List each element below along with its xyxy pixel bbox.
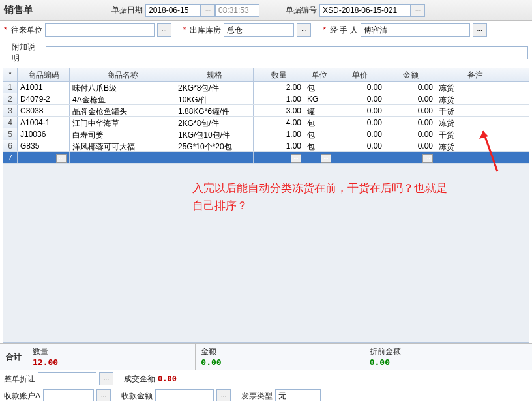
cell-amount[interactable]: 0.00 <box>385 140 436 151</box>
cell-price[interactable]: 0.00 <box>334 93 385 104</box>
cell-spec[interactable] <box>175 152 254 163</box>
warehouse-input[interactable] <box>224 23 294 37</box>
cell-remark[interactable]: 干货 <box>436 128 514 140</box>
cell-lookup-button[interactable]: ··· <box>321 154 331 163</box>
cell-qty[interactable]: 3.00 <box>254 105 304 116</box>
table-row[interactable]: 6G835洋风椰蓉可可大福25G*10个*20包1.00包0.000.00冻货 <box>3 140 529 152</box>
cell-amount[interactable]: 0.00 <box>385 93 436 104</box>
table-row[interactable]: 3C3038晶牌金枪鱼罐头1.88KG*6罐/件3.00罐0.000.00干货 <box>3 105 529 117</box>
cell-lookup-button[interactable]: ··· <box>422 154 433 163</box>
docno-lookup-button[interactable]: ··· <box>411 4 425 17</box>
cell-code[interactable]: A1001 <box>18 82 70 93</box>
handler-lookup-button[interactable]: ··· <box>473 23 487 37</box>
cell-spec[interactable]: 10KG/件 <box>175 93 254 104</box>
cell-amount[interactable]: 0.00 <box>385 105 436 116</box>
table-row-selected[interactable]: 7············ <box>3 152 529 164</box>
cell-spec[interactable]: 1.88KG*6罐/件 <box>175 105 254 116</box>
cell-code[interactable]: G835 <box>18 140 70 151</box>
cell-name[interactable]: 洋风椰蓉可可大福 <box>70 140 175 151</box>
date-input[interactable] <box>145 4 201 17</box>
col-amount[interactable]: 金额 <box>385 68 436 81</box>
cell-qty[interactable]: 1.00 <box>254 93 304 104</box>
col-price[interactable]: 单价 <box>334 68 385 81</box>
cell-amount[interactable]: 0.00 <box>385 82 436 93</box>
row-number: 3 <box>3 105 18 116</box>
cell-unit[interactable]: 包 <box>304 117 334 128</box>
cell-spec[interactable]: 2KG*8包/件 <box>175 117 254 128</box>
cell-spec[interactable]: 2KG*8包/件 <box>175 82 254 93</box>
cell-name[interactable]: 味付八爪B级 <box>70 82 175 93</box>
cell-code[interactable]: ··· <box>18 152 70 163</box>
cell-remark[interactable]: 干货 <box>436 105 514 116</box>
cell-spec[interactable]: 25G*10个*20包 <box>175 140 254 151</box>
notes-label: 附加说明 <box>12 42 43 64</box>
warehouse-lookup-button[interactable]: ··· <box>297 23 311 37</box>
cell-lookup-button[interactable]: ··· <box>56 154 66 163</box>
receipt-account-input[interactable] <box>43 389 94 401</box>
cell-name[interactable]: 4A金枪鱼 <box>70 93 175 104</box>
cell-name[interactable]: 江门中华海草 <box>70 117 175 128</box>
cell-price[interactable]: 0.00 <box>334 82 385 93</box>
items-grid[interactable]: * 商品编码 商品名称 规格 数量 单位 单价 金额 备注 1A1001味付八爪… <box>3 68 529 343</box>
partner-lookup-button[interactable]: ··· <box>157 23 171 37</box>
discount-label: 整单折让 <box>4 374 35 385</box>
cell-unit[interactable]: 包 <box>304 140 334 151</box>
grid-header: * 商品编码 商品名称 规格 数量 单位 单价 金额 备注 <box>3 68 529 82</box>
docno-input[interactable] <box>319 4 411 17</box>
cell-qty[interactable]: 1.00 <box>254 128 304 140</box>
table-row[interactable]: 5J10036白寿司姜1KG/包10包/件1.00包0.000.00干货 <box>3 128 529 140</box>
date-picker-button[interactable]: ··· <box>201 4 215 17</box>
cell-lookup-button[interactable]: ··· <box>291 154 301 163</box>
cell-code[interactable]: C3038 <box>18 105 70 116</box>
col-code[interactable]: 商品编码 <box>18 68 70 81</box>
col-star[interactable]: * <box>3 68 18 81</box>
cell-remark[interactable]: 冻货 <box>436 82 514 93</box>
cell-remark[interactable] <box>436 152 514 163</box>
receipt-amount-input[interactable] <box>155 389 214 401</box>
col-unit[interactable]: 单位 <box>304 68 334 81</box>
cell-unit[interactable]: 包 <box>304 82 334 93</box>
cell-amount[interactable]: ··· <box>385 152 436 163</box>
cell-unit[interactable]: ··· <box>304 152 334 163</box>
table-row[interactable]: 2D4079-24A金枪鱼10KG/件1.00KG0.000.00冻货 <box>3 93 529 105</box>
cell-code[interactable]: J10036 <box>18 128 70 140</box>
cell-qty[interactable]: 4.00 <box>254 117 304 128</box>
discount-lookup-button[interactable]: ··· <box>99 372 113 385</box>
col-remark[interactable]: 备注 <box>436 68 514 81</box>
cell-price[interactable]: 0.00 <box>334 105 385 116</box>
cell-remark[interactable]: 冻货 <box>436 93 514 104</box>
time-input[interactable] <box>215 4 259 17</box>
cell-name[interactable]: 白寿司姜 <box>70 128 175 140</box>
col-qty[interactable]: 数量 <box>254 68 304 81</box>
cell-qty[interactable]: 2.00 <box>254 82 304 93</box>
cell-qty[interactable]: 1.00 <box>254 140 304 151</box>
col-spec[interactable]: 规格 <box>175 68 254 81</box>
cell-code[interactable]: A1004-1 <box>18 117 70 128</box>
cell-remark[interactable]: 冻货 <box>436 140 514 151</box>
cell-spec[interactable]: 1KG/包10包/件 <box>175 128 254 140</box>
cell-amount[interactable]: 0.00 <box>385 117 436 128</box>
receipt-amount-lookup-button[interactable]: ··· <box>216 389 231 401</box>
table-row[interactable]: 4A1004-1江门中华海草2KG*8包/件4.00包0.000.00冻货 <box>3 117 529 128</box>
table-row[interactable]: 1A1001味付八爪B级2KG*8包/件2.00包0.000.00冻货 <box>3 82 529 93</box>
col-name[interactable]: 商品名称 <box>70 68 175 81</box>
discount-input[interactable] <box>38 372 96 385</box>
cell-unit[interactable]: 包 <box>304 128 334 140</box>
receipt-account-lookup-button[interactable]: ··· <box>96 389 111 401</box>
cell-name[interactable] <box>70 152 175 163</box>
handler-input[interactable] <box>361 23 470 37</box>
cell-name[interactable]: 晶牌金枪鱼罐头 <box>70 105 175 116</box>
cell-price[interactable] <box>334 152 385 163</box>
cell-price[interactable]: 0.00 <box>334 140 385 151</box>
cell-unit[interactable]: KG <box>304 93 334 104</box>
partner-input[interactable] <box>45 23 155 37</box>
cell-price[interactable]: 0.00 <box>334 117 385 128</box>
notes-input[interactable] <box>46 46 528 59</box>
cell-amount[interactable]: 0.00 <box>385 128 436 140</box>
cell-price[interactable]: 0.00 <box>334 128 385 140</box>
cell-code[interactable]: D4079-2 <box>18 93 70 104</box>
cell-unit[interactable]: 罐 <box>304 105 334 116</box>
cell-qty[interactable]: ··· <box>254 152 304 163</box>
cell-remark[interactable]: 冻货 <box>436 117 514 128</box>
invoice-type-input[interactable] <box>275 389 321 401</box>
